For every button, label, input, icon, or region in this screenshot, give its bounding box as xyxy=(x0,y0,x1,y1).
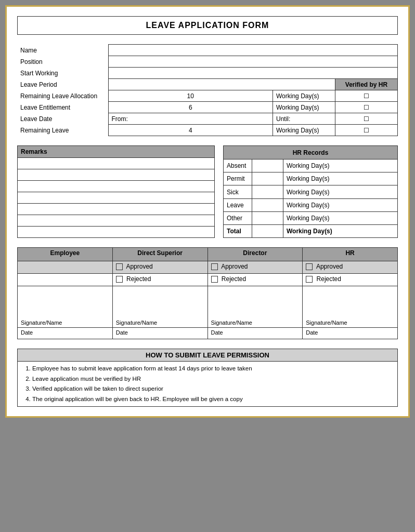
remaining-leave-allocation-label: Remaining Leave Allocation xyxy=(17,90,108,102)
instruction-item-2: Leave application must be verified by HR xyxy=(32,374,393,384)
remaining-leave-allocation-unit: Working Day(s) xyxy=(273,90,335,102)
leave-entitlement-unit: Working Day(s) xyxy=(273,102,335,113)
director-date[interactable]: Date xyxy=(208,328,303,339)
remarks-line-6[interactable] xyxy=(18,215,215,227)
remarks-row-5 xyxy=(18,204,215,215)
instructions-header: HOW TO SUBMIT LEAVE PERMISSION xyxy=(18,349,398,362)
remarks-header-row: Remarks xyxy=(18,146,215,158)
employee-approved-cell xyxy=(18,261,113,274)
position-label: Position xyxy=(17,56,108,68)
hr-other-value[interactable] xyxy=(252,211,283,224)
employee-col-header: Employee xyxy=(18,248,113,261)
rejected-row: Rejected Rejected Rejected xyxy=(18,274,398,286)
hr-leave-value[interactable] xyxy=(252,198,283,211)
hr-absent-value[interactable] xyxy=(252,159,283,172)
director-signature[interactable]: Signature/Name xyxy=(208,286,303,328)
leave-entitlement-checkbox[interactable]: ☐ xyxy=(335,102,398,113)
remarks-header: Remarks xyxy=(18,146,215,158)
position-row: Position xyxy=(17,56,398,68)
remarks-row-6 xyxy=(18,215,215,227)
remaining-leave-allocation-checkbox[interactable]: ☐ xyxy=(335,90,398,102)
hr-other-unit: Working Day(s) xyxy=(283,211,398,224)
start-working-label: Start Working xyxy=(17,68,108,79)
hr-records-header-row: HR Records xyxy=(224,146,398,159)
hr-total-row: Total Working Day(s) xyxy=(224,224,398,237)
leave-entitlement-label: Leave Entitlement xyxy=(17,102,108,113)
hr-rejected-label: Rejected xyxy=(317,275,341,283)
hr-sick-unit: Working Day(s) xyxy=(283,185,398,198)
remarks-line-4[interactable] xyxy=(18,192,215,204)
hr-absent-unit: Working Day(s) xyxy=(283,159,398,172)
remaining-leave-allocation-value[interactable]: 10 xyxy=(108,90,273,102)
leave-entitlement-value[interactable]: 6 xyxy=(108,102,273,113)
instruction-item-3: Verified application will be taken to di… xyxy=(32,384,393,394)
hr-approved-checkbox[interactable] xyxy=(306,263,313,270)
leave-application-form: LEAVE APPLICATION FORM Name Position Sta… xyxy=(5,5,410,418)
remarks-line-7[interactable] xyxy=(18,227,215,238)
hr-approved-cell: Approved xyxy=(303,261,398,274)
leave-period-value[interactable] xyxy=(108,79,335,90)
start-working-value[interactable] xyxy=(108,68,398,79)
remaining-leave-allocation-row: Remaining Leave Allocation 10 Working Da… xyxy=(17,90,398,102)
hr-total-value[interactable] xyxy=(252,224,283,237)
director-approved-checkbox[interactable] xyxy=(211,263,218,270)
hr-rejected-cell: Rejected xyxy=(303,274,398,286)
leave-date-checkbox[interactable]: ☐ xyxy=(335,113,398,125)
instructions-header-row: HOW TO SUBMIT LEAVE PERMISSION xyxy=(18,349,398,362)
hr-rejected-checkbox[interactable] xyxy=(306,276,313,283)
instruction-item-4: The original application will be given b… xyxy=(32,394,393,405)
remaining-leave-value[interactable]: 4 xyxy=(108,125,273,136)
direct-superior-col-header: Direct Superior xyxy=(112,248,208,261)
hr-col-header: HR xyxy=(303,248,398,261)
direct-superior-signature[interactable]: Signature/Name xyxy=(112,286,208,328)
employee-signature[interactable]: Signature/Name xyxy=(18,286,113,328)
direct-superior-rejected-cell: Rejected xyxy=(112,274,208,286)
remarks-row-1 xyxy=(18,158,215,169)
date-row: Date Date Date Date xyxy=(18,328,398,339)
hr-other-row: Other Working Day(s) xyxy=(224,211,398,224)
direct-superior-rejected-label: Rejected xyxy=(126,275,151,283)
remarks-line-3[interactable] xyxy=(18,181,215,192)
hr-leave-label: Leave xyxy=(224,198,252,211)
hr-total-unit: Working Day(s) xyxy=(283,224,398,237)
hr-total-label: Total xyxy=(224,224,252,237)
director-approved-cell: Approved xyxy=(208,261,303,274)
hr-permit-value[interactable] xyxy=(252,172,283,185)
position-value[interactable] xyxy=(108,56,398,68)
employee-rejected-cell xyxy=(18,274,113,286)
remarks-table: Remarks xyxy=(17,145,215,238)
remarks-line-5[interactable] xyxy=(18,204,215,215)
direct-superior-date[interactable]: Date xyxy=(112,328,208,339)
hr-signature[interactable]: Signature/Name xyxy=(303,286,398,328)
employee-date[interactable]: Date xyxy=(18,328,113,339)
remaining-leave-checkbox[interactable]: ☐ xyxy=(335,125,398,136)
hr-leave-unit: Working Day(s) xyxy=(283,198,398,211)
director-rejected-label: Rejected xyxy=(222,275,246,283)
remarks-row-4 xyxy=(18,192,215,204)
direct-superior-rejected-checkbox[interactable] xyxy=(116,276,123,283)
hr-absent-row: Absent Working Day(s) xyxy=(224,159,398,172)
form-title: LEAVE APPLICATION FORM xyxy=(17,16,398,35)
leave-date-from[interactable]: From: xyxy=(108,113,273,125)
signature-row: Signature/Name Signature/Name Signature/… xyxy=(18,286,398,328)
direct-superior-approved-checkbox[interactable] xyxy=(116,263,123,270)
leave-date-label: Leave Date xyxy=(17,113,108,125)
name-value[interactable] xyxy=(108,45,398,56)
hr-permit-label: Permit xyxy=(224,172,252,185)
remarks-line-1[interactable] xyxy=(18,158,215,169)
director-rejected-checkbox[interactable] xyxy=(211,276,218,283)
direct-superior-approved-label: Approved xyxy=(126,263,152,270)
instructions-table: HOW TO SUBMIT LEAVE PERMISSION Employee … xyxy=(17,349,398,407)
leave-date-until[interactable]: Until: xyxy=(273,113,335,125)
hr-sick-row: Sick Working Day(s) xyxy=(224,185,398,198)
approved-row: Approved Approved Approved xyxy=(18,261,398,274)
middle-section: Remarks HR Records Absent Working Day(s)… xyxy=(17,145,398,238)
instructions-list: Employee has to submit leave application… xyxy=(22,364,393,404)
hr-sick-value[interactable] xyxy=(252,185,283,198)
hr-approved-label: Approved xyxy=(316,263,343,270)
remaining-leave-label: Remaining Leave xyxy=(17,125,108,136)
hr-date[interactable]: Date xyxy=(303,328,398,339)
instructions-body: Employee has to submit leave application… xyxy=(18,362,398,407)
remarks-line-2[interactable] xyxy=(18,169,215,181)
director-rejected-cell: Rejected xyxy=(208,274,303,286)
